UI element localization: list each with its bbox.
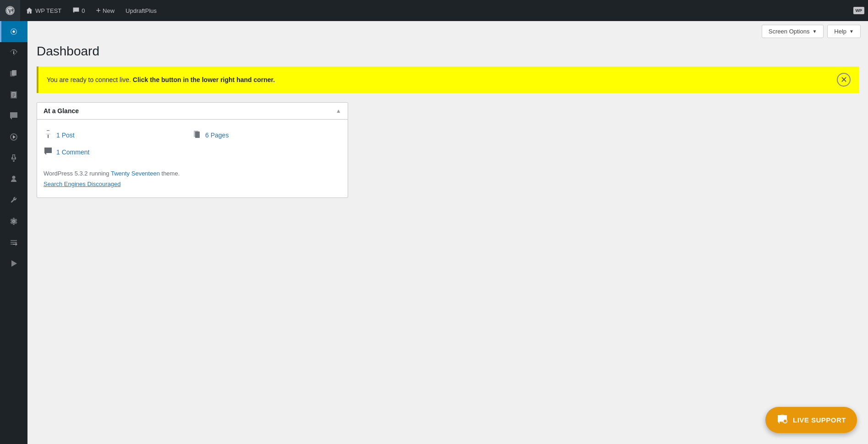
admin-bar-right: WP	[853, 7, 868, 14]
new-content-button[interactable]: + New	[91, 0, 120, 21]
notice-close-button[interactable]: ✕	[837, 73, 851, 87]
widget-body: 1 Post 6 Pages	[37, 120, 348, 198]
help-button[interactable]: Help ▼	[827, 25, 861, 38]
svg-point-6	[12, 176, 16, 179]
widget-toggle-icon: ▲	[336, 108, 341, 114]
stat-pages: 6 Pages	[192, 127, 341, 144]
comment-icon	[44, 147, 53, 158]
updraft-button[interactable]: UpdraftPlus	[120, 0, 162, 21]
live-support-label: LIVE SUPPORT	[793, 416, 846, 424]
sidebar-item-settings[interactable]	[0, 211, 27, 232]
main-layout: Screen Options ▼ Help ▼ Dashboard You ar…	[0, 21, 868, 444]
new-label: New	[103, 7, 115, 14]
sidebar-item-appearance[interactable]	[0, 126, 27, 148]
widget-title: At a Glance	[44, 107, 79, 115]
sidebar-item-tools[interactable]	[0, 190, 27, 211]
wp-logo-button[interactable]	[0, 0, 20, 21]
screen-options-arrow: ▼	[812, 29, 817, 34]
sidebar-item-users[interactable]	[0, 169, 27, 190]
sidebar-item-dashboard[interactable]	[0, 21, 27, 42]
admin-bar: WP TEST 0 + New UpdraftPlus WP	[0, 0, 868, 21]
page-title-area: Dashboard	[27, 38, 868, 66]
site-title: WP TEST	[35, 7, 61, 14]
live-support-chat-icon	[776, 413, 788, 427]
sidebar-item-comments[interactable]	[0, 105, 27, 126]
svg-rect-9	[195, 132, 200, 138]
comments-count: 0	[82, 7, 85, 14]
theme-link[interactable]: Twenty Seventeen	[111, 170, 160, 177]
sidebar	[0, 21, 27, 444]
pages-link[interactable]: 6 Pages	[205, 132, 229, 139]
stats-grid: 1 Post 6 Pages	[44, 127, 341, 161]
content-header: Screen Options ▼ Help ▼	[27, 21, 868, 38]
content-area: Screen Options ▼ Help ▼ Dashboard You ar…	[27, 21, 868, 444]
screen-options-label: Screen Options	[769, 28, 810, 35]
content-inner: You are ready to connect live. Click the…	[27, 66, 868, 444]
at-a-glance-widget: At a Glance ▲ 1	[37, 102, 348, 198]
sidebar-item-posts[interactable]	[0, 42, 27, 63]
notice-banner: You are ready to connect live. Click the…	[37, 66, 859, 93]
live-support-button[interactable]: LIVE SUPPORT	[765, 407, 857, 433]
help-arrow: ▼	[849, 29, 854, 34]
screen-options-button[interactable]: Screen Options ▼	[762, 25, 824, 38]
wp-info: WordPress 5.3.2 running Twenty Seventeen…	[44, 168, 341, 190]
pages-icon	[192, 130, 202, 141]
updraft-label: UpdraftPlus	[126, 7, 157, 14]
svg-rect-7	[48, 135, 49, 138]
comments-button[interactable]: 0	[67, 0, 90, 21]
stat-posts: 1 Post	[44, 127, 192, 144]
page-title: Dashboard	[37, 44, 859, 59]
home-button[interactable]: WP TEST	[20, 0, 67, 21]
posts-link[interactable]: 1 Post	[56, 132, 75, 139]
wp-badge: WP	[853, 7, 865, 14]
widget-header[interactable]: At a Glance ▲	[37, 103, 348, 120]
sidebar-item-plugins[interactable]	[0, 148, 27, 169]
sidebar-item-media[interactable]	[0, 63, 27, 84]
sidebar-item-collapse[interactable]	[0, 232, 27, 253]
svg-rect-3	[12, 70, 16, 76]
help-label: Help	[834, 28, 846, 35]
plus-icon: +	[96, 6, 101, 16]
pin-icon	[44, 130, 53, 141]
comments-link[interactable]: 1 Comment	[56, 148, 89, 156]
search-engines-link[interactable]: Search Engines Discouraged	[44, 181, 120, 187]
stat-comments: 1 Comment	[44, 144, 192, 161]
notice-text: You are ready to connect live. Click the…	[47, 76, 275, 83]
sidebar-item-pages[interactable]	[0, 84, 27, 105]
sidebar-item-play[interactable]	[0, 253, 27, 274]
